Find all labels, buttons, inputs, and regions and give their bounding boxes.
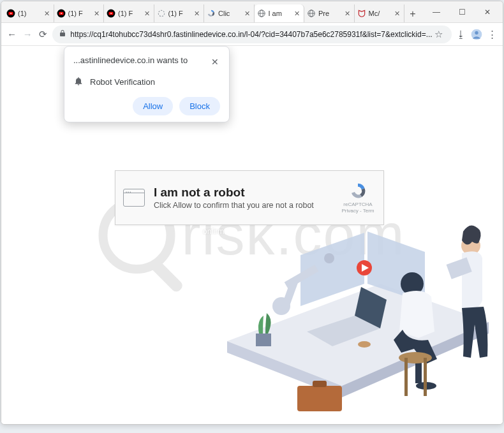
favicon [157,9,166,18]
forward-button[interactable]: → [21,26,34,43]
svg-rect-37 [404,358,408,396]
url-text: https://cq1r4tohubcc73d4shr0.fastinlined… [70,30,432,39]
kebab-menu-button[interactable]: ⋮ [485,26,499,43]
favicon [6,9,15,18]
tab-title: (1) F [68,10,93,17]
svg-point-36 [399,352,432,363]
captcha-title: I am not a robot [154,186,340,200]
captcha-box: ••• I am not a robot Click Allow to conf… [115,170,384,225]
lock-icon [59,29,66,39]
svg-rect-41 [297,386,342,411]
toolbar: ← → ⟳ https://cq1r4tohubcc73d4shr0.fasti… [1,23,503,46]
tab-1[interactable]: (1) F✕ [54,4,105,22]
reload-button[interactable]: ⟳ [37,26,50,43]
svg-point-9 [158,10,164,16]
bookmark-star-icon[interactable]: ☆ [433,26,445,43]
notification-permission-prompt: ...astinlinedevice.co.in wants to ✕ Robo… [64,46,230,122]
permission-label: Robot Verification [90,77,155,87]
permission-origin: ...astinlinedevice.co.in wants to [73,55,188,65]
recaptcha-badge: reCAPTCHA Privacy - Term [340,181,376,215]
tab-close-icon[interactable]: ✕ [193,10,201,18]
downloads-button[interactable]: ⭳ [454,26,468,43]
svg-point-17 [475,31,478,34]
svg-rect-38 [424,358,427,396]
tab-close-icon[interactable]: ✕ [393,10,401,18]
captcha-subtitle: Click Allow to confirm that you are not … [154,201,340,210]
tab-close-icon[interactable]: ✕ [93,10,101,18]
recaptcha-brand: reCAPTCHA [340,202,376,208]
svg-rect-42 [313,381,327,387]
tab-close-icon[interactable]: ✕ [343,10,352,18]
back-button[interactable]: ← [5,26,19,43]
svg-point-28 [324,253,334,263]
title-bar: (1)✕(1) F✕(1) F✕(1) F✕Clic✕I am✕Pre✕Mc/✕… [1,1,503,23]
profile-button[interactable] [470,26,483,43]
window-controls: — ☐ ✕ [424,1,500,22]
maximize-button[interactable]: ☐ [449,3,475,21]
recaptcha-links: Privacy - Term [340,208,376,214]
bell-icon [73,76,84,88]
block-button[interactable]: Block [179,97,220,115]
window-icon: ••• [123,189,145,207]
favicon [207,9,216,18]
tab-title: Mc/ [369,10,394,17]
favicon [357,9,366,18]
close-icon[interactable]: ✕ [210,55,220,68]
page-content: risk.com [1,46,503,424]
svg-rect-34 [415,362,422,383]
tab-3[interactable]: (1) F✕ [154,4,205,22]
tab-title: (1) [18,10,43,17]
browser-window: (1)✕(1) F✕(1) F✕(1) F✕Clic✕I am✕Pre✕Mc/✕… [1,1,503,425]
favicon [57,9,66,18]
tab-4[interactable]: Clic✕ [204,4,255,22]
tab-0[interactable]: (1)✕ [4,4,54,22]
captcha-text: I am not a robot Click Allow to confirm … [154,186,340,210]
tab-title: Clic [218,10,243,17]
svg-rect-29 [256,334,271,346]
tab-5[interactable]: I am✕ [255,4,305,22]
tab-6[interactable]: Pre✕ [304,4,355,22]
overlay-text: onfirm [203,227,224,236]
tab-title: (1) F [118,10,143,17]
tab-title: I am [269,10,293,17]
tab-2[interactable]: (1) F✕ [104,4,154,22]
tab-title: (1) F [168,10,193,17]
tab-title: Pre [318,10,343,17]
close-window-button[interactable]: ✕ [475,3,500,21]
allow-button[interactable]: Allow [133,97,173,115]
tab-close-icon[interactable]: ✕ [293,10,301,18]
illustration [221,194,495,424]
svg-point-32 [358,341,371,348]
favicon [257,9,266,18]
tab-strip: (1)✕(1) F✕(1) F✕(1) F✕Clic✕I am✕Pre✕Mc/✕ [4,1,404,22]
favicon [307,9,316,18]
tab-7[interactable]: Mc/✕ [355,4,405,22]
favicon [107,9,115,18]
tab-close-icon[interactable]: ✕ [43,10,51,18]
tab-close-icon[interactable]: ✕ [143,10,151,18]
address-bar[interactable]: https://cq1r4tohubcc73d4shr0.fastinlined… [52,26,451,43]
minimize-button[interactable]: — [424,3,449,21]
tab-close-icon[interactable]: ✕ [243,10,251,18]
new-tab-button[interactable]: + [404,6,421,22]
